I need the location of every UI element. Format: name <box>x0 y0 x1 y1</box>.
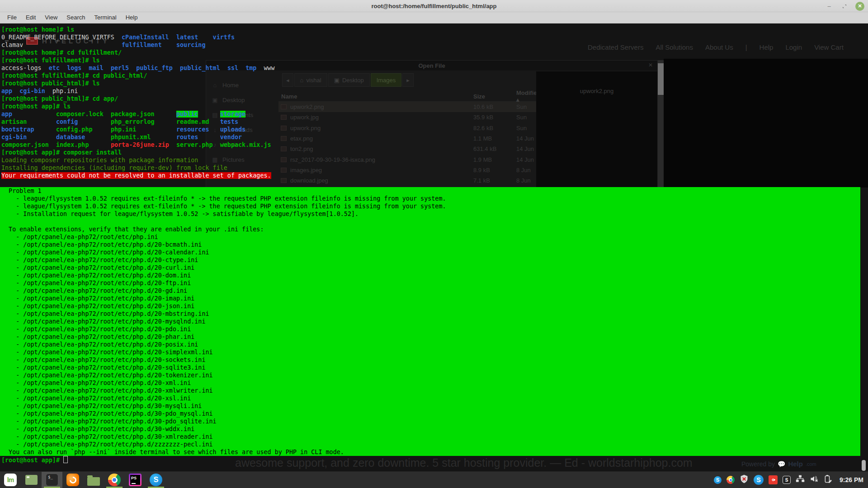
menu-item-terminal[interactable]: Terminal <box>90 12 121 23</box>
composer-problem-line: - /opt/cpanel/ea-php72/root/etc/php.d/20… <box>0 348 860 356</box>
composer-problem-line: - league/flysystem 1.0.52 requires ext-f… <box>0 195 860 202</box>
volume-muted-tray-icon[interactable] <box>810 474 819 485</box>
menu-item-help[interactable]: Help <box>121 12 142 23</box>
taskbar-phpstorm[interactable]: PS <box>125 472 146 488</box>
network-tray-icon[interactable] <box>796 474 805 485</box>
composer-problem-line: To enable extensions, verify that they a… <box>0 225 860 233</box>
taskbar-mint-menu[interactable]: lm <box>0 472 21 488</box>
composer-problem-line: - /opt/cpanel/ea-php72/root/etc/php.d/30… <box>0 410 860 418</box>
menu-item-file[interactable]: File <box>3 12 21 23</box>
terminal-line: [root@host home]# cd fulfillment/ <box>1 49 860 56</box>
terminal-menubar: FileEditViewSearchTerminalHelp <box>0 12 868 23</box>
chrome-tray-icon[interactable] <box>726 476 735 484</box>
terminal-line: Installing dependencies (including requi… <box>1 164 860 172</box>
system-tray: SSS9:26 PM <box>714 474 868 485</box>
composer-problem-line: - /opt/cpanel/ea-php72/root/etc/php.d/20… <box>0 302 860 310</box>
composer-problem-line: - /opt/cpanel/ea-php72/root/etc/php.d/20… <box>0 371 860 379</box>
composer-problem-line: - /opt/cpanel/ea-php72/root/etc/php.d/20… <box>0 341 860 348</box>
network-glyph <box>796 474 805 483</box>
phpstorm-icon: PS <box>129 474 142 486</box>
restore-button[interactable] <box>840 2 849 11</box>
input-method-tray-icon[interactable]: S <box>783 476 791 484</box>
security-shield-icon[interactable] <box>740 474 749 485</box>
firefox-swirl <box>68 475 77 484</box>
terminal-line: cgi-bin database phpunit.xml routes vend… <box>1 133 860 141</box>
shell-prompt: [root@host app]# <box>1 457 63 464</box>
taskbar-firefox[interactable] <box>62 472 83 488</box>
restore-icon <box>842 4 847 9</box>
terminal-titlebar[interactable]: root@host:/home/fulfillment/public_html/… <box>0 0 868 12</box>
composer-problem-line: - /opt/cpanel/ea-php72/root/etc/php.ini <box>0 233 860 241</box>
terminal-output: [root@host home]# ls0_README_BEFORE_DELE… <box>1 26 860 464</box>
composer-problem-line: - /opt/cpanel/ea-php72/root/etc/php.d/30… <box>0 402 860 410</box>
battery-edit-glyph <box>824 474 833 483</box>
terminal-line <box>1 179 860 187</box>
terminal-line: Loading composer repositories with packa… <box>1 156 860 164</box>
terminal-line: app cgi-bin php.ini <box>1 87 860 95</box>
taskbar-skype[interactable]: S <box>146 472 166 488</box>
menu-item-edit[interactable]: Edit <box>21 12 40 23</box>
skype-tray-icon[interactable]: S <box>754 475 764 485</box>
taskbar-app-launchers: lm$_PSS <box>0 472 166 488</box>
chrome-icon <box>108 474 121 486</box>
composer-problem-line: - /opt/cpanel/ea-php72/root/etc/php.d/20… <box>0 356 860 364</box>
terminal-line: clamav fulfillment sourcing <box>1 41 860 49</box>
composer-problem-line: - league/flysystem 1.0.52 requires ext-f… <box>0 202 860 210</box>
terminal-prompt-line[interactable]: [root@host app]# <box>1 456 860 464</box>
composer-problem-line: - /opt/cpanel/ea-php72/root/etc/php.d/20… <box>0 295 860 302</box>
taskbar-chrome[interactable] <box>104 472 125 488</box>
composer-problem-line: - /opt/cpanel/ea-php72/root/etc/php.d/20… <box>0 272 860 279</box>
firefox-icon <box>66 474 79 486</box>
taskbar-show-desktop[interactable] <box>21 472 42 488</box>
taskbar: lm$_PSS SSS9:26 PM <box>0 471 868 488</box>
window-title: root@host:/home/fulfillment/public_html/… <box>372 3 497 9</box>
taskbar-clock[interactable]: 9:26 PM <box>840 476 863 483</box>
anydesk-glyph <box>770 477 776 483</box>
close-button[interactable]: ✕ <box>855 2 864 11</box>
terminal-line: access-logs etc logs mail perl5 public_f… <box>1 64 860 72</box>
terminal-line: composer.json index.php porta-26june.zip… <box>1 141 860 149</box>
terminal-body[interactable]: HIVELOCITY Dedicated ServersAll Solution… <box>0 23 868 471</box>
menu-item-search[interactable]: Search <box>62 12 90 23</box>
terminal-line: app composer.lock package.json public st… <box>1 110 860 118</box>
terminal-line: Your requirements could not be resolved … <box>1 172 860 179</box>
terminal-line: [root@host fulfillment]# ls <box>1 56 860 64</box>
composer-problem-line: - /opt/cpanel/ea-php72/root/etc/php.d/20… <box>0 379 860 387</box>
composer-problem-line: - /opt/cpanel/ea-php72/root/etc/php.d/20… <box>0 264 860 272</box>
taskbar-terminal[interactable]: $_ <box>42 472 62 488</box>
chrome-center <box>112 477 118 483</box>
battery-tray-icon[interactable] <box>824 474 833 485</box>
composer-problem-line: - /opt/cpanel/ea-php72/root/etc/php.d/20… <box>0 249 860 256</box>
composer-problem-line: - /opt/cpanel/ea-php72/root/etc/php.d/20… <box>0 394 860 402</box>
anydesk-tray-icon[interactable] <box>769 475 778 484</box>
composer-problem-line: - /opt/cpanel/ea-php72/root/etc/php.d/20… <box>0 333 860 341</box>
composer-error-block: Problem 1 - league/flysystem 1.0.52 requ… <box>0 187 860 456</box>
skype-tray-mini-icon[interactable]: S <box>714 476 722 484</box>
composer-problem-line: - /opt/cpanel/ea-php72/root/etc/php.d/20… <box>0 287 860 295</box>
show-desktop-icon <box>25 475 38 485</box>
menu-item-view[interactable]: View <box>40 12 62 23</box>
chrome-center <box>729 478 732 482</box>
skype-icon: S <box>150 474 162 486</box>
window-controls: – ✕ <box>825 0 864 12</box>
composer-problem-line: - /opt/cpanel/ea-php72/root/etc/php.d/20… <box>0 241 860 249</box>
terminal-line: [root@host home]# ls <box>1 26 860 33</box>
terminal-line: artisan config php_errorlog readme.md te… <box>1 118 860 126</box>
terminal-cursor <box>63 456 68 463</box>
mint-menu-icon: lm <box>4 474 17 486</box>
composer-problem-line: Problem 1 <box>0 187 860 195</box>
shield-x-glyph <box>740 474 749 483</box>
taskbar-files[interactable] <box>83 472 104 488</box>
composer-problem-line: - /opt/cpanel/ea-php72/root/etc/php.d/30… <box>0 433 860 441</box>
terminal-line: bootstrap config.php php.ini resources u… <box>1 126 860 133</box>
composer-problem-line: - /opt/cpanel/ea-php72/root/etc/php.d/20… <box>0 256 860 264</box>
composer-problem-line: - /opt/cpanel/ea-php72/root/etc/php.d/20… <box>0 318 860 325</box>
file-manager-icon <box>87 477 100 486</box>
composer-problem-line: - /opt/cpanel/ea-php72/root/etc/php.d/30… <box>0 418 860 425</box>
minimize-button[interactable]: – <box>825 2 834 11</box>
terminal-line: [root@host public_html]# ls <box>1 80 860 87</box>
composer-problem-line: - /opt/cpanel/ea-php72/root/etc/php.d/20… <box>0 364 860 371</box>
composer-problem-line: - /opt/cpanel/ea-php72/root/etc/php.d/30… <box>0 425 860 433</box>
muted-speaker-glyph <box>810 474 819 483</box>
terminal-line: [root@host public_html]# cd app/ <box>1 95 860 103</box>
